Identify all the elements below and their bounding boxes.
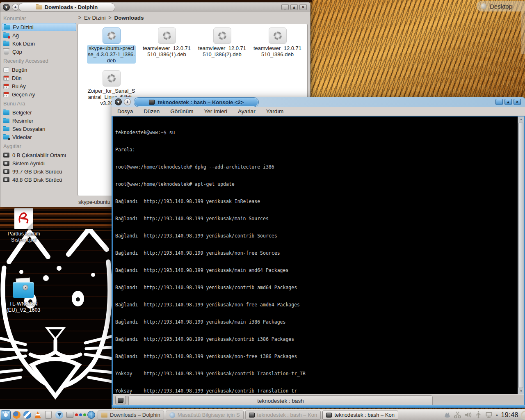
launcher-network-tool[interactable] (86, 410, 96, 420)
konsole-bottom-border (112, 405, 525, 408)
sidebar-item-yesterday[interactable]: Dün (2, 74, 76, 82)
konsole-titlebar[interactable]: ▾ + teknodestek : bash – Konsole <2> _ ▲… (112, 97, 525, 107)
sidebar-item-videos[interactable]: Videolar (2, 133, 76, 141)
file-skype-deb[interactable]: skype-ubuntu-precise_4.3.0.37-1_i386.deb (87, 27, 136, 64)
removable-media-icon (3, 153, 9, 158)
display-network-icon[interactable] (485, 411, 493, 419)
konsole-window: ▾ + teknodestek : bash – Konsole <2> _ ▲… (112, 97, 525, 408)
launcher-files[interactable] (43, 410, 53, 420)
menu-view[interactable]: Görünüm (170, 108, 193, 114)
calendar-icon (3, 75, 9, 81)
tray-expand-icon[interactable]: ▲ (495, 413, 499, 417)
new-tab-button[interactable]: + (12, 4, 19, 11)
scroll-down-icon[interactable]: ▼ (518, 388, 524, 394)
menu-bookmarks[interactable]: Yer İmleri (204, 108, 228, 114)
pardus-paw-icon (4, 413, 8, 417)
sidebar-item-this-month[interactable]: Bu Ay (2, 82, 76, 90)
terminal-area[interactable]: teknodestek@www:~$ su Parola: root@www:/… (113, 116, 524, 394)
sidebar-item-removable[interactable]: 0 B Çıkarılabilir Ortamı (2, 151, 76, 159)
folder-icon (12, 280, 35, 299)
launcher-thunderbird[interactable] (22, 410, 32, 420)
recent-header: Recently Accessed (2, 56, 76, 66)
launcher-vlc[interactable] (33, 410, 43, 420)
sidebar-item-today[interactable]: →Bugün (2, 66, 76, 74)
minimize-button[interactable]: _ (495, 99, 503, 105)
file-teamviewer2-deb[interactable]: teamviewer_12.0.71510_i386(2).deb (198, 27, 247, 64)
clipboard-scissors-icon[interactable] (454, 411, 461, 419)
thunderbird-icon (23, 411, 31, 419)
dolphin-title-tab[interactable]: Downloads - Dolphin (18, 3, 115, 11)
sidebar-item-disk1[interactable]: 99,7 GB Disk Sürücü (2, 167, 76, 176)
folderview-widget-header[interactable]: Desktop (477, 1, 525, 11)
tiger-artwork (0, 229, 116, 401)
maximize-button[interactable]: ▲ (504, 99, 512, 105)
places-header: Konumlar (2, 13, 76, 23)
menu-edit[interactable]: Düzen (144, 108, 160, 114)
launcher-dots[interactable] (75, 410, 85, 420)
menu-help[interactable]: Yardım (266, 108, 284, 114)
desktop-icon-pdf[interactable]: Pardus İşletim Sistemi.pdf (1, 208, 47, 243)
edge-notifier-icon[interactable] (521, 411, 525, 420)
task-desktop-help[interactable]: Masaüstü Bilgisayar için S (166, 411, 244, 420)
deb-package-icon (158, 27, 176, 44)
sidebar-item-system[interactable]: Sistem Ayrıldı (2, 159, 76, 167)
session-tab[interactable]: teknodestek : bash (128, 395, 433, 406)
folderview-icon (481, 3, 486, 9)
new-session-button[interactable] (115, 396, 126, 404)
close-button[interactable]: × (299, 4, 307, 10)
sidebar-item-home[interactable]: Ev Dizini (2, 23, 76, 31)
terminal-output: teknodestek@www:~$ su Parola: root@www:/… (113, 116, 524, 394)
terminal-scrollbar[interactable]: ▲ ▼ (518, 116, 524, 394)
images-folder-icon (3, 119, 9, 123)
scroll-up-icon[interactable]: ▲ (518, 116, 524, 122)
document-icon (45, 411, 52, 419)
tab-collapse-button[interactable]: ▾ (3, 4, 10, 11)
sidebar-item-last-month[interactable]: Geçen Ay (2, 90, 76, 98)
launcher-firefox[interactable] (11, 410, 21, 420)
trash-icon (4, 49, 9, 55)
usb-device-icon[interactable] (475, 411, 482, 419)
konsole-title-tab[interactable]: teknodestek : bash – Konsole <2> (134, 98, 258, 107)
file-teamviewer3-deb[interactable]: teamviewer_12.0.71510_i386.deb (253, 27, 302, 64)
new-tab-button[interactable]: + (124, 98, 131, 105)
volume-icon[interactable] (464, 411, 472, 419)
chevron-icon: > (78, 15, 81, 21)
app-launcher-button[interactable] (1, 410, 11, 420)
menu-file[interactable]: Dosya (117, 108, 133, 114)
sidebar-item-audio[interactable]: Ses Dosyaları (2, 125, 76, 133)
folderview-label: Desktop (490, 3, 512, 10)
sidebar-item-trash[interactable]: Çöp (2, 48, 76, 56)
sidebar-item-images[interactable]: Resimler (2, 116, 76, 125)
terminal-icon (118, 398, 123, 403)
sidebar-item-root[interactable]: Kök Dizin (2, 39, 76, 48)
scrollbar-thumb[interactable] (518, 123, 523, 388)
clock[interactable]: 19:48 (501, 411, 518, 419)
breadcrumb-home[interactable]: Ev Dizini (84, 15, 106, 21)
task-konsole-2[interactable]: teknodestek : bash – Kon (322, 411, 398, 420)
maximize-button[interactable]: ▲ (290, 4, 298, 10)
desktop-icon-tl-folder[interactable]: TL-WN823N (EU)_V2_1603 (0, 280, 47, 313)
menu-settings[interactable]: Ayarlar (238, 108, 256, 114)
launcher-browser[interactable] (54, 410, 64, 420)
terminal-icon (249, 413, 255, 418)
taskbar-panel: Downloads – Dolphin Masaüstü Bilgisayar … (0, 409, 525, 420)
dolphin-title: Downloads - Dolphin (45, 4, 98, 10)
wolf-icon (55, 411, 63, 419)
calendar-icon (3, 84, 9, 89)
breadcrumb-current[interactable]: Downloads (114, 15, 144, 21)
close-button[interactable]: × (514, 99, 521, 105)
task-konsole-1[interactable]: teknodestek : bash – Kon (245, 411, 321, 420)
firefox-icon (13, 411, 21, 419)
launcher-archive[interactable] (65, 410, 75, 420)
sidebar-item-disk2[interactable]: 48,8 GB Disk Sürücü (2, 176, 76, 184)
task-dolphin[interactable]: Downloads – Dolphin (98, 411, 164, 420)
sidebar-item-documents[interactable]: Belgeler (2, 108, 76, 116)
deb-package-icon (103, 27, 121, 44)
wolf-tray-icon[interactable] (443, 411, 451, 419)
tab-collapse-button[interactable]: ▾ (115, 98, 122, 105)
desktop-icon-pdf-label: Pardus İşletim Sistemi.pdf (1, 231, 47, 243)
dolphin-titlebar[interactable]: ▾ + Downloads - Dolphin _ ▲ × (0, 2, 310, 12)
file-teamviewer1-deb[interactable]: teamviewer_12.0.71510_i386(1).deb (142, 27, 191, 64)
sidebar-item-network[interactable]: Ağ (2, 31, 76, 39)
minimize-button[interactable]: _ (281, 4, 289, 10)
